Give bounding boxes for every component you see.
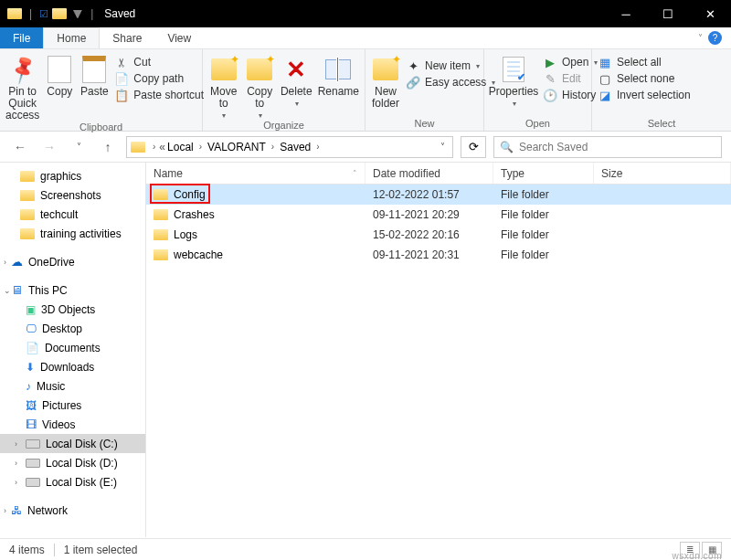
documents-icon: 📄 [26, 342, 39, 354]
file-type: File folder [493, 208, 594, 221]
ribbon-collapse-icon[interactable]: ˅ [698, 33, 703, 43]
file-type: File folder [493, 248, 594, 261]
copy-button[interactable]: Copy [45, 53, 74, 98]
nav-item-local-c[interactable]: ›Local Disk (C:) [0, 434, 145, 453]
copy-icon [45, 55, 74, 84]
music-icon: ♪ [26, 380, 31, 393]
nav-network[interactable]: ›🖧Network [0, 501, 145, 520]
history-button[interactable]: 🕑History [543, 88, 598, 102]
address-row: ← → ˅ ↑ › « Local › VALORANT › Saved › ˅… [0, 132, 731, 163]
desktop-icon: 🖵 [26, 322, 37, 335]
folder-icon [20, 228, 35, 239]
maximize-button[interactable]: ☐ [647, 0, 689, 27]
file-row[interactable]: Crashes09-11-2021 20:29File folder [146, 205, 731, 225]
nav-onedrive[interactable]: ›☁OneDrive [0, 252, 145, 271]
status-bar: 4 items 1 item selected ≣ ▦ [0, 538, 731, 560]
cut-button[interactable]: ✂Cut [114, 55, 204, 69]
ribbon-tabs: File Home Share View ˅ ? [0, 27, 731, 49]
address-dropdown[interactable]: ˅ [437, 142, 449, 152]
file-row[interactable]: Config12-02-2022 01:57File folder [146, 185, 731, 205]
open-button[interactable]: ▶Open▾ [543, 55, 598, 69]
titlebar-check-icon: ☑ [39, 8, 48, 20]
nav-item[interactable]: 🎞Videos [0, 415, 145, 434]
invert-selection-button[interactable]: ◪Invert selection [598, 88, 691, 102]
nav-item[interactable]: ›Local Disk (D:) [0, 453, 145, 472]
column-headers[interactable]: Name˄ Date modified Type Size [146, 163, 731, 185]
tab-home[interactable]: Home [43, 27, 100, 48]
tab-file[interactable]: File [0, 27, 43, 48]
group-label-new: New [366, 118, 483, 131]
file-date: 09-11-2021 20:31 [366, 248, 493, 261]
forward-button[interactable]: → [38, 136, 60, 158]
search-icon: 🔍 [500, 141, 514, 153]
file-name: webcache [174, 248, 223, 261]
edit-button[interactable]: ✎Edit [543, 71, 598, 86]
nav-item[interactable]: graphics [0, 166, 145, 185]
nav-item[interactable]: ♪Music [0, 376, 145, 396]
help-icon[interactable]: ? [708, 31, 722, 45]
chevron-right-icon: › [149, 142, 159, 152]
titlebar-folder-icon [7, 8, 22, 19]
select-none-button[interactable]: ▢Select none [598, 71, 691, 86]
pin-icon: 📌 [3, 49, 43, 90]
scissors-icon: ✂ [114, 55, 129, 69]
minimize-button[interactable]: ─ [605, 0, 647, 27]
watermark: wsxdn.com [672, 551, 722, 560]
downloads-icon: ⬇ [26, 361, 35, 374]
nav-item[interactable]: ⬇Downloads [0, 357, 145, 376]
nav-item[interactable]: Screenshots [0, 185, 145, 205]
up-button[interactable]: ↑ [97, 136, 119, 158]
delete-button[interactable]: ✕ Delete▾ [281, 53, 313, 108]
nav-item[interactable]: ▣3D Objects [0, 300, 145, 319]
refresh-button[interactable]: ⟳ [461, 136, 486, 158]
copy-to-button[interactable]: Copy to▾ [244, 53, 274, 120]
back-button[interactable]: ← [9, 136, 31, 158]
nav-item[interactable]: 🖼Pictures [0, 396, 145, 415]
nav-item[interactable]: 📄Documents [0, 338, 145, 357]
copy-path-button[interactable]: 📄Copy path [114, 71, 204, 86]
new-item-button[interactable]: ✦New item▾ [406, 58, 495, 73]
easy-access-button[interactable]: 🔗Easy access▾ [406, 75, 495, 90]
group-label-organize: Organize [203, 120, 365, 132]
paste-button[interactable]: Paste [79, 53, 109, 98]
breadcrumb-part[interactable]: Local [165, 141, 196, 153]
nav-item[interactable]: training activities [0, 224, 145, 243]
tab-view[interactable]: View [154, 27, 204, 48]
file-list: Name˄ Date modified Type Size Config12-0… [146, 163, 731, 537]
select-all-button[interactable]: ▦Select all [598, 55, 691, 69]
file-row[interactable]: webcache09-11-2021 20:31File folder [146, 245, 731, 265]
titlebar-folder-icon-2 [52, 8, 67, 19]
rename-button[interactable]: Rename [318, 53, 359, 98]
pin-to-quick-access[interactable]: 📌 Pin to Quick access [5, 53, 39, 122]
recent-dropdown[interactable]: ˅ [68, 136, 90, 158]
file-row[interactable]: Logs15-02-2022 20:16File folder [146, 225, 731, 245]
search-box[interactable]: 🔍 Search Saved [493, 136, 722, 158]
nav-item[interactable]: 🖵Desktop [0, 319, 145, 338]
search-placeholder: Search Saved [519, 141, 588, 153]
nav-thispc[interactable]: ⌄🖥This PC [0, 280, 145, 300]
delete-icon: ✕ [281, 55, 311, 84]
new-folder-button[interactable]: New folder [371, 53, 400, 110]
titlebar: | ☑ ⯆ | Saved ─ ☐ ✕ [0, 0, 731, 27]
move-to-button[interactable]: Move to▾ [208, 53, 238, 120]
folder-icon [154, 209, 168, 220]
history-icon: 🕑 [543, 88, 557, 102]
tab-share[interactable]: Share [100, 27, 154, 48]
invert-icon: ◪ [598, 88, 612, 102]
edit-icon: ✎ [543, 71, 557, 86]
address-bar[interactable]: › « Local › VALORANT › Saved › ˅ [126, 136, 453, 158]
folder-icon [20, 171, 35, 182]
file-name: Logs [174, 228, 197, 241]
address-folder-icon [131, 142, 145, 153]
cloud-icon: ☁ [11, 255, 23, 269]
properties-button[interactable]: ✔ Properties▾ [490, 53, 537, 108]
nav-pane: graphics Screenshots techcult training a… [0, 163, 146, 537]
nav-item[interactable]: ›Local Disk (E:) [0, 472, 145, 491]
nav-item[interactable]: techcult [0, 205, 145, 224]
file-name: Config [174, 188, 206, 201]
drive-icon [26, 478, 40, 487]
breadcrumb-part[interactable]: VALORANT [206, 141, 268, 153]
paste-shortcut-button[interactable]: 📋Paste shortcut [114, 88, 204, 102]
close-button[interactable]: ✕ [689, 0, 731, 27]
breadcrumb-part[interactable]: Saved [278, 141, 313, 153]
